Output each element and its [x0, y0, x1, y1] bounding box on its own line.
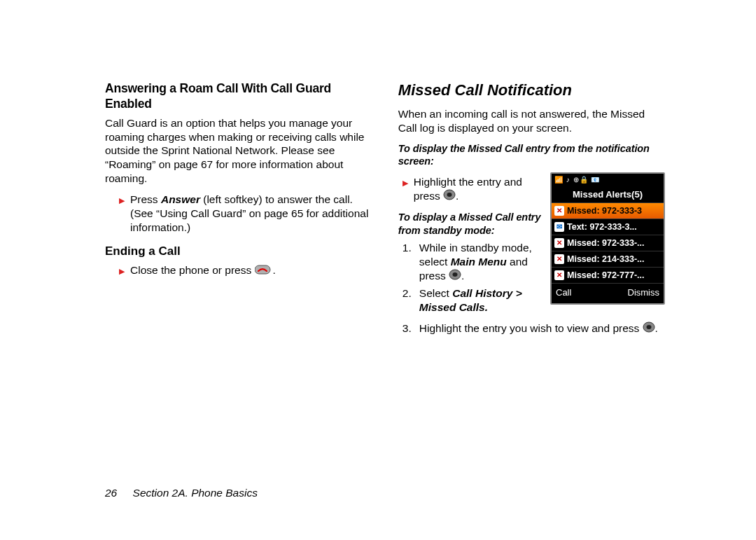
lead-from-notification: To display the Missed Call entry from th… — [398, 142, 665, 168]
t: Press — [130, 193, 161, 205]
heading-roam-call: Answering a Roam Call With Call Guard En… — [105, 81, 377, 112]
step-2: 2. Select Call History > Missed Calls. — [402, 286, 543, 314]
text-msg-icon: ✉ — [554, 222, 564, 232]
ok-key-icon — [449, 269, 461, 284]
row-label: Missed: 972-777-... — [567, 270, 644, 281]
page-footer: 26 Section 2A. Phone Basics — [105, 487, 258, 499]
svg-point-6 — [646, 325, 651, 329]
bullet-icon: ▶ — [402, 178, 408, 188]
right-column: Missed Call Notification When an incomin… — [398, 81, 665, 339]
ok-key-icon — [643, 321, 655, 336]
phone-screen: 📶 ♪ ⊕🔒 📧 Missed Alerts(5) ✕ Missed: 972-… — [550, 172, 665, 305]
step-text: Highlight the entry you wish to view and… — [419, 321, 658, 336]
page: Answering a Roam Call With Call Guard En… — [0, 0, 756, 339]
t: . — [461, 270, 464, 282]
phone-row: ✉ Text: 972-333-3... — [552, 219, 664, 235]
t: . — [456, 190, 458, 202]
para-call-guard: Call Guard is an option that helps you m… — [105, 116, 377, 186]
left-column: Answering a Roam Call With Call Guard En… — [105, 81, 377, 339]
para-missed-intro: When an incoming call is not answered, t… — [398, 107, 665, 135]
phone-row: ✕ Missed: 214-333-... — [552, 251, 664, 268]
row-label: Missed: 972-333-... — [567, 237, 644, 249]
row-label: Text: 972-333-3... — [567, 221, 637, 233]
bullet-text: Press Answer (left softkey) to answer th… — [130, 193, 377, 234]
heading-ending-call: Ending a Call — [105, 244, 377, 259]
step-num: 3. — [402, 321, 414, 335]
t: Highlight the entry and press — [414, 176, 522, 202]
status-icons: 📶 ♪ ⊕🔒 📧 — [554, 176, 600, 185]
bullet-highlight-entry: ▶ Highlight the entry and press . — [402, 175, 543, 204]
missed-call-icon: ✕ — [554, 254, 564, 264]
softkey-left: Call — [556, 287, 571, 299]
right-text-block: ▶ Highlight the entry and press . To dis… — [398, 172, 543, 317]
t: . — [485, 301, 488, 313]
ok-key-icon — [443, 189, 456, 204]
t: Select — [419, 287, 452, 299]
t: . — [273, 264, 276, 276]
lead-from-standby: To display a Missed Call entry from stan… — [398, 211, 543, 237]
t: . — [655, 322, 658, 334]
bullet-icon: ▶ — [119, 195, 125, 205]
step-num: 1. — [402, 241, 414, 255]
t: Close the phone or press — [130, 264, 255, 276]
bullet-icon: ▶ — [119, 266, 125, 276]
end-call-key-icon — [255, 264, 273, 279]
svg-point-2 — [447, 193, 452, 197]
svg-point-4 — [453, 272, 458, 277]
step-num: 2. — [402, 286, 414, 300]
page-number: 26 — [105, 487, 117, 499]
step-text: Select Call History > Missed Calls. — [419, 286, 543, 314]
softkey-right: Dismiss — [628, 287, 660, 299]
bullet-text: Highlight the entry and press . — [414, 175, 543, 204]
bullet-close-phone: ▶ Close the phone or press . — [119, 263, 377, 278]
phone-alert-title: Missed Alerts(5) — [552, 187, 664, 204]
t: Highlight the entry you wish to view and… — [419, 322, 643, 334]
bullet-press-answer: ▶ Press Answer (left softkey) to answer … — [119, 193, 377, 234]
phone-status-bar: 📶 ♪ ⊕🔒 📧 — [552, 174, 664, 187]
t-em: Main Menu — [451, 256, 507, 268]
step-text: While in standby mode, select Main Menu … — [419, 241, 543, 284]
phone-row: ✕ Missed: 972-777-... — [552, 268, 664, 284]
section-label: Section 2A. Phone Basics — [133, 487, 258, 499]
step-3: 3. Highlight the entry you wish to view … — [402, 321, 665, 336]
phone-row: ✕ Missed: 972-333-... — [552, 235, 664, 251]
heading-missed-call: Missed Call Notification — [398, 81, 665, 100]
t-bold: Answer — [161, 193, 200, 205]
missed-call-icon: ✕ — [554, 270, 564, 280]
missed-call-icon: ✕ — [554, 206, 564, 216]
step-1: 1. While in standby mode, select Main Me… — [402, 241, 543, 284]
phone-row-selected: ✕ Missed: 972-333-3 — [552, 203, 664, 219]
right-wrap: ▶ Highlight the entry and press . To dis… — [398, 172, 665, 317]
row-label: Missed: 972-333-3 — [567, 205, 642, 216]
missed-call-icon: ✕ — [554, 238, 564, 248]
row-label: Missed: 214-333-... — [567, 254, 644, 265]
bullet-text: Close the phone or press . — [130, 263, 276, 278]
phone-softkeys: Call Dismiss — [552, 284, 664, 303]
